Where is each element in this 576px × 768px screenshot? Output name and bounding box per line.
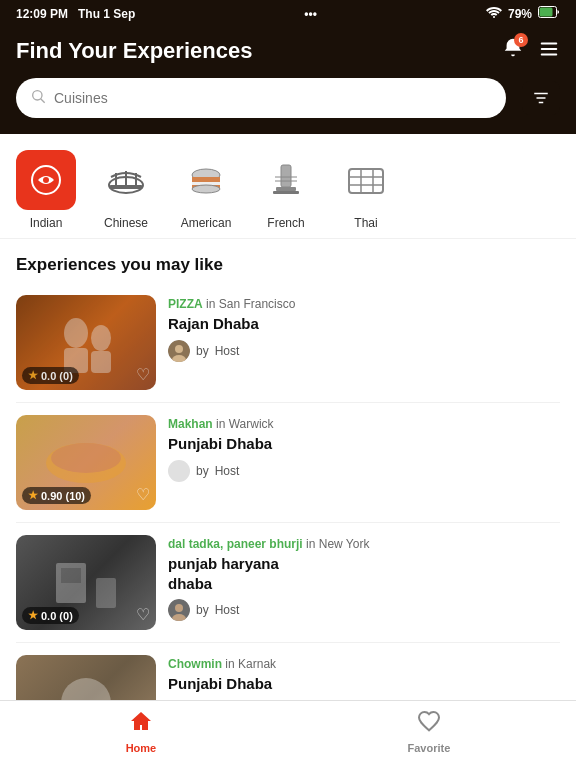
notification-button[interactable]: 6 xyxy=(502,37,524,64)
svg-rect-19 xyxy=(192,177,220,182)
card-rating-1: ★ 0.0 (0) xyxy=(22,367,79,384)
search-icon xyxy=(30,88,46,108)
status-bar: 12:09 PM Thu 1 Sep ••• 79% xyxy=(0,0,576,27)
home-label: Home xyxy=(126,742,157,754)
experience-list: ★ 0.0 (0) ♡ PIZZA in San Francisco Rajan… xyxy=(0,283,576,768)
header-actions: 6 xyxy=(502,37,560,64)
by-host-text-1: by xyxy=(196,344,209,358)
card-title-4: Punjabi Dhaba xyxy=(168,674,560,694)
experience-card: ★ 0.0 (0) ♡ dal tadka, paneer bhurji in … xyxy=(16,523,560,643)
card-cuisine-loc-3: dal tadka, paneer bhurji in New York xyxy=(168,537,560,551)
svg-point-12 xyxy=(43,177,49,183)
card-image-2: ★ 0.90 (10) ♡ xyxy=(16,415,156,510)
svg-rect-3 xyxy=(541,42,558,44)
card-cuisine-loc-1: PIZZA in San Francisco xyxy=(168,297,560,311)
card-info-3: dal tadka, paneer bhurji in New York pun… xyxy=(168,535,560,621)
svg-rect-23 xyxy=(281,165,291,187)
french-label: French xyxy=(267,216,304,230)
experience-card: ★ 0.90 (10) ♡ Makhan in Warwick Punjabi … xyxy=(16,403,560,523)
card-cuisine-loc-4: Chowmin in Karnak xyxy=(168,657,560,671)
status-time: 12:09 PM xyxy=(16,7,68,21)
search-section xyxy=(0,78,576,134)
header: Find Your Experiences 6 xyxy=(0,27,576,78)
indian-label: Indian xyxy=(30,216,63,230)
tab-french[interactable]: French xyxy=(256,150,316,230)
american-icon xyxy=(176,150,236,210)
card-image-3: ★ 0.0 (0) ♡ xyxy=(16,535,156,630)
section-title: Experiences you may like xyxy=(0,239,576,283)
svg-point-33 xyxy=(64,318,88,348)
tab-american[interactable]: American xyxy=(176,150,236,230)
cuisine-search-input[interactable] xyxy=(54,90,492,106)
favorite-icon xyxy=(417,709,441,739)
favorite-label: Favorite xyxy=(408,742,451,754)
svg-rect-4 xyxy=(541,48,558,50)
card-host-1: by Host xyxy=(168,340,560,362)
svg-point-41 xyxy=(51,443,121,473)
main-content: Experiences you may like ★ 0.0 (0) ♡ xyxy=(0,239,576,768)
indian-icon xyxy=(16,150,76,210)
search-bar xyxy=(16,78,506,118)
card-info-2: Makhan in Warwick Punjabi Dhaba by Host xyxy=(168,415,560,482)
card-favorite-3[interactable]: ♡ xyxy=(136,605,150,624)
svg-line-7 xyxy=(41,99,45,103)
host-avatar-2 xyxy=(168,460,190,482)
thai-icon xyxy=(336,150,396,210)
card-rating-3: ★ 0.0 (0) xyxy=(22,607,79,624)
experience-card: ★ 0.0 (0) ♡ PIZZA in San Francisco Rajan… xyxy=(16,283,560,403)
nav-home[interactable]: Home xyxy=(126,709,157,754)
svg-point-22 xyxy=(192,185,220,193)
by-host-text-3: by xyxy=(196,603,209,617)
card-info-1: PIZZA in San Francisco Rajan Dhaba by xyxy=(168,295,560,362)
cuisine-tabs: Indian Chinese American xyxy=(0,134,576,239)
battery-text: 79% xyxy=(508,7,532,21)
card-rating-2: ★ 0.90 (10) xyxy=(22,487,91,504)
svg-rect-36 xyxy=(91,351,111,373)
bottom-nav: Home Favorite xyxy=(0,700,576,768)
svg-point-0 xyxy=(493,16,495,18)
tab-indian[interactable]: Indian xyxy=(16,150,76,230)
host-avatar-3 xyxy=(168,599,190,621)
nav-favorite[interactable]: Favorite xyxy=(408,709,451,754)
battery-icon xyxy=(538,6,560,21)
svg-rect-28 xyxy=(349,169,383,193)
svg-rect-25 xyxy=(273,191,299,194)
thai-label: Thai xyxy=(354,216,377,230)
card-host-2: by Host xyxy=(168,460,560,482)
svg-rect-43 xyxy=(61,568,81,583)
svg-rect-2 xyxy=(539,8,552,17)
svg-rect-13 xyxy=(109,185,143,189)
by-host-text-2: by xyxy=(196,464,209,478)
card-favorite-2[interactable]: ♡ xyxy=(136,485,150,504)
american-label: American xyxy=(181,216,232,230)
card-image-1: ★ 0.0 (0) ♡ xyxy=(16,295,156,390)
svg-rect-44 xyxy=(96,578,116,608)
page-title: Find Your Experiences xyxy=(16,38,252,64)
card-title-3: punjab haryanadhaba xyxy=(168,554,560,593)
french-icon xyxy=(256,150,316,210)
svg-point-6 xyxy=(33,91,42,100)
tab-chinese[interactable]: Chinese xyxy=(96,150,156,230)
filter-button[interactable] xyxy=(522,81,560,115)
wifi-icon xyxy=(486,6,502,21)
svg-point-46 xyxy=(175,604,183,612)
svg-point-38 xyxy=(175,345,183,353)
chinese-icon xyxy=(96,150,156,210)
card-title-1: Rajan Dhaba xyxy=(168,314,560,334)
status-date: Thu 1 Sep xyxy=(78,7,135,21)
chinese-label: Chinese xyxy=(104,216,148,230)
svg-point-34 xyxy=(91,325,111,351)
card-host-3: by Host xyxy=(168,599,560,621)
tab-thai[interactable]: Thai xyxy=(336,150,396,230)
menu-button[interactable] xyxy=(538,38,560,64)
card-favorite-1[interactable]: ♡ xyxy=(136,365,150,384)
card-title-2: Punjabi Dhaba xyxy=(168,434,560,454)
home-icon xyxy=(129,709,153,739)
notification-badge: 6 xyxy=(514,33,528,47)
status-dots: ••• xyxy=(304,7,317,21)
host-avatar-1 xyxy=(168,340,190,362)
svg-rect-35 xyxy=(64,348,88,373)
svg-rect-5 xyxy=(541,53,558,55)
svg-rect-24 xyxy=(276,187,296,191)
card-cuisine-loc-2: Makhan in Warwick xyxy=(168,417,560,431)
